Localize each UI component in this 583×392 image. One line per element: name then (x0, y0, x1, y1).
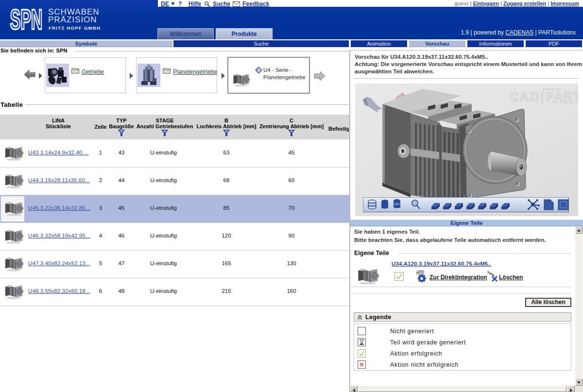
svg-text:SPN: SPN (10, 4, 43, 33)
svg-text:|: | (541, 91, 544, 103)
svg-text:PART: PART (546, 90, 578, 103)
svg-text:CAD: CAD (510, 90, 540, 103)
